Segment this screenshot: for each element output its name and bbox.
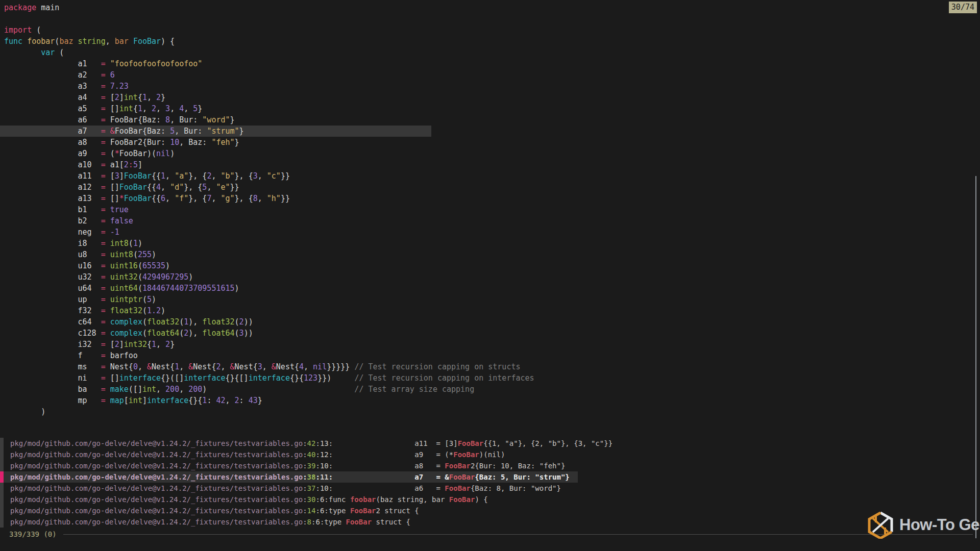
token-pl: Nest{ bbox=[106, 362, 133, 371]
token-pl: ) bbox=[152, 295, 156, 304]
code-line: a6 = FooBar{Baz: 8, Bur: "word"} bbox=[4, 114, 980, 126]
token-kw: = bbox=[101, 239, 106, 248]
token-nm: 1 bbox=[161, 171, 165, 181]
token-nm: 43 bbox=[249, 396, 258, 405]
token-pl2: a7 = & bbox=[333, 473, 449, 481]
token-pl: {}{ bbox=[188, 396, 202, 405]
token-pl: Nest{ bbox=[152, 362, 175, 371]
token-co: 12 bbox=[320, 450, 329, 459]
token-pl: }, { bbox=[188, 171, 207, 181]
token-kw: = bbox=[101, 127, 106, 136]
token-gr: uint16 bbox=[110, 261, 138, 270]
token-m: FooBar bbox=[346, 518, 372, 526]
token-kw: import bbox=[4, 26, 32, 35]
token-cy: map bbox=[110, 396, 124, 405]
token-pl bbox=[106, 284, 110, 293]
gutter-bar bbox=[0, 460, 4, 471]
token-kw: & bbox=[272, 362, 276, 371]
token-pl: , bbox=[165, 171, 175, 181]
result-row[interactable]: pkg/mod/github.com/go-delve/delve@v1.24.… bbox=[0, 460, 980, 471]
token-pl: f bbox=[4, 351, 101, 360]
token-pl2: struct { bbox=[372, 518, 410, 526]
result-row[interactable]: pkg/mod/github.com/go-delve/delve@v1.24.… bbox=[0, 516, 980, 528]
token-cy: func bbox=[4, 37, 22, 46]
token-kw: = bbox=[101, 115, 106, 124]
token-pl: , bbox=[156, 340, 165, 349]
match-counter: 339/339 (0) bbox=[9, 529, 57, 540]
token-gr: uint32 bbox=[110, 272, 138, 282]
token-st: "f" bbox=[175, 194, 188, 203]
code-line: a3 = 7.23 bbox=[4, 81, 980, 92]
token-or: baz bbox=[59, 37, 73, 46]
token-path: pkg/mod/github.com/go-delve/delve@v1.24.… bbox=[10, 473, 303, 481]
result-row[interactable]: pkg/mod/github.com/go-delve/delve@v1.24.… bbox=[0, 505, 980, 516]
token-nm: nil bbox=[313, 362, 327, 371]
token-pl: { bbox=[147, 340, 152, 349]
token-nm: 2 bbox=[124, 160, 129, 169]
token-st: "h" bbox=[267, 194, 281, 203]
token-nm: 4 bbox=[156, 183, 161, 192]
token-pl bbox=[106, 272, 110, 282]
token-cy: interface bbox=[119, 373, 161, 383]
token-kw: = bbox=[101, 194, 106, 203]
code-line: package main bbox=[4, 2, 980, 13]
token-pl: a6 bbox=[4, 115, 101, 124]
token-pl2: : bbox=[324, 495, 328, 504]
token-pl: , bbox=[179, 385, 188, 394]
token-pl: ( bbox=[179, 329, 184, 338]
token-pl: a1 bbox=[4, 59, 101, 68]
prompt-line[interactable]: > foobar bbox=[3, 540, 55, 551]
token-pl: up bbox=[4, 295, 101, 304]
result-row[interactable]: pkg/mod/github.com/go-delve/delve@v1.24.… bbox=[0, 449, 980, 460]
token-nm: 7.23 bbox=[110, 82, 129, 91]
token-gr: int bbox=[142, 385, 156, 394]
token-kw: = bbox=[101, 340, 106, 349]
token-st: "feh" bbox=[211, 138, 234, 147]
token-pl2: : bbox=[315, 495, 320, 504]
code-line: a5 = []int{1, 2, 3, 4, 5} bbox=[4, 103, 980, 114]
code-line: a10 = a1[2:5] bbox=[4, 159, 980, 170]
token-pl: main bbox=[36, 3, 59, 12]
token-pl: , bbox=[207, 183, 216, 192]
token-path: pkg/mod/github.com/go-delve/delve@v1.24.… bbox=[10, 462, 303, 470]
token-st: "c" bbox=[267, 171, 281, 181]
gutter-bar bbox=[0, 494, 4, 505]
result-row[interactable]: pkg/mod/github.com/go-delve/delve@v1.24.… bbox=[0, 438, 980, 449]
token-pl2: ) { bbox=[475, 495, 487, 504]
token-pl: }, { bbox=[235, 171, 253, 181]
token-pl2: {Baz: 5, Bur: "strum"} bbox=[475, 473, 569, 481]
token-st: "strum" bbox=[207, 127, 239, 136]
token-nm: 3 bbox=[165, 104, 170, 113]
token-pl: ( bbox=[235, 317, 239, 327]
token-gr: int bbox=[129, 396, 142, 405]
token-pl: ( bbox=[32, 26, 41, 35]
token-pl: neg bbox=[4, 228, 101, 237]
token-pl: , Baz: bbox=[179, 138, 211, 147]
token-pl2: : bbox=[303, 484, 307, 492]
code-line: c128 = complex(float64(2), float64(3)) bbox=[4, 328, 980, 339]
token-pl: , bbox=[165, 194, 175, 203]
token-nm: 200 bbox=[188, 385, 202, 394]
token-pl: , bbox=[106, 37, 115, 46]
token-nm: 0 bbox=[133, 362, 138, 371]
code-line: a8 = FooBar2{Bur: 10, Baz: "feh"} bbox=[4, 137, 980, 148]
token-ln: 39 bbox=[307, 462, 316, 470]
token-cy: interface bbox=[184, 373, 225, 383]
code-line: f = barfoo bbox=[4, 350, 980, 361]
token-pl2: (baz string, bar bbox=[376, 495, 449, 504]
code-line: neg = -1 bbox=[4, 227, 980, 238]
selected-result-row[interactable]: pkg/mod/github.com/go-delve/delve@v1.24.… bbox=[0, 471, 980, 483]
token-co: 10 bbox=[320, 462, 329, 470]
token-pl: [ bbox=[106, 171, 115, 181]
token-pl2: a11 = [3] bbox=[333, 439, 457, 447]
token-cy: FooBar bbox=[124, 194, 152, 203]
result-row[interactable]: pkg/mod/github.com/go-delve/delve@v1.24.… bbox=[0, 494, 980, 505]
token-pl: ) bbox=[152, 250, 156, 259]
preview-scrollbar[interactable] bbox=[975, 176, 976, 538]
token-pl bbox=[106, 317, 110, 327]
token-pl: {}([] bbox=[161, 373, 184, 383]
token-st: "e" bbox=[216, 183, 230, 192]
token-st: "a" bbox=[175, 171, 188, 181]
results-list: pkg/mod/github.com/go-delve/delve@v1.24.… bbox=[0, 438, 980, 528]
result-row[interactable]: pkg/mod/github.com/go-delve/delve@v1.24.… bbox=[0, 483, 980, 494]
